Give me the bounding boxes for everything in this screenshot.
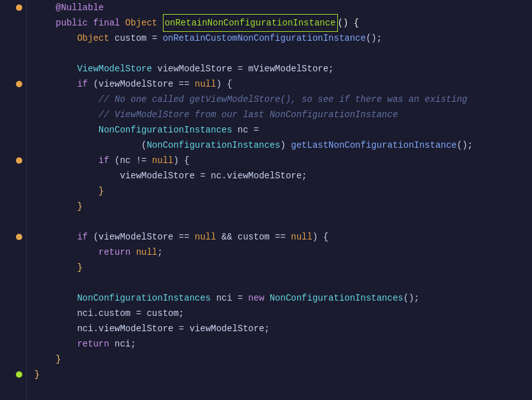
token-kw-orange: null bbox=[136, 245, 158, 260]
token-kw-orange: null bbox=[291, 229, 312, 245]
token-type: NonConfigurationInstances bbox=[34, 122, 237, 138]
token-plain: = bbox=[173, 321, 189, 336]
token-plain: == bbox=[173, 76, 195, 92]
token-plain: (nc != bbox=[115, 153, 152, 168]
gutter-icon-green bbox=[16, 371, 22, 378]
gutter-line bbox=[0, 260, 22, 275]
gutter-line bbox=[0, 92, 22, 107]
token-method: getLastNonConfigurationInstance bbox=[291, 138, 456, 153]
gutter-line bbox=[0, 321, 22, 336]
gutter-line bbox=[0, 199, 22, 214]
gutter-line bbox=[0, 214, 22, 229]
token-plain: ) { bbox=[173, 153, 189, 168]
gutter-icon-orange bbox=[16, 234, 22, 240]
gutter-line bbox=[0, 290, 22, 306]
token-plain: ; bbox=[264, 321, 269, 336]
token-kw-orange: null bbox=[195, 229, 216, 245]
code-line: // ViewModelStore from our last NonConfi… bbox=[34, 107, 532, 122]
token-plain: nci = bbox=[216, 290, 248, 306]
token-type: NonConfigurationInstances bbox=[146, 138, 280, 153]
token-closing-brace: } bbox=[34, 183, 104, 199]
gutter-line bbox=[0, 275, 22, 290]
code-line: // No one called getViewModelStore(), so… bbox=[34, 92, 532, 107]
token-type: ViewModelStore bbox=[34, 61, 157, 76]
token-plain: nci.custom = custom; bbox=[34, 306, 184, 321]
code-line: public final Object onRetainNonConfigura… bbox=[34, 15, 532, 31]
gutter-line bbox=[0, 245, 22, 260]
token-plain: ) bbox=[280, 138, 291, 153]
token-closing-brace: } bbox=[34, 260, 83, 275]
token-plain: viewModelStore bbox=[190, 321, 265, 336]
code-line: if (nc != null) { bbox=[34, 153, 532, 168]
token-plain: (); bbox=[457, 138, 473, 153]
token-kw: final bbox=[93, 15, 125, 31]
token-plain: viewModelStore; bbox=[227, 168, 307, 183]
gutter-line bbox=[0, 153, 22, 168]
token-type: NonConfigurationInstances bbox=[34, 290, 216, 306]
gutter-icon-orange bbox=[16, 81, 22, 87]
gutter-line bbox=[0, 122, 22, 138]
token-plain: custom = bbox=[115, 31, 163, 46]
token-kw: if bbox=[34, 153, 115, 168]
gutter-line bbox=[0, 0, 22, 15]
token-plain: ( bbox=[34, 138, 146, 153]
token-kw-orange: null bbox=[195, 76, 216, 92]
code-line: viewModelStore = nc.viewModelStore; bbox=[34, 168, 532, 183]
gutter-line bbox=[0, 168, 22, 183]
code-line: (NonConfigurationInstances) getLastNonCo… bbox=[34, 138, 532, 153]
code-line: @Nullable bbox=[34, 0, 532, 15]
gutter-line bbox=[0, 138, 22, 153]
gutter-line bbox=[0, 15, 22, 31]
token-closing-brace: } bbox=[34, 367, 39, 382]
token-plain: = bbox=[232, 61, 248, 76]
gutter-icon-orange bbox=[16, 4, 22, 11]
token-kw-orange: null bbox=[152, 153, 174, 168]
code-line: } bbox=[34, 260, 532, 275]
line-gutter bbox=[0, 0, 27, 400]
gutter-line bbox=[0, 76, 22, 92]
token-plain: ( bbox=[93, 229, 98, 245]
code-line: } bbox=[34, 352, 532, 367]
token-closing-brace: } bbox=[34, 352, 61, 367]
token-plain: (); bbox=[366, 31, 382, 46]
token-plain: = nc. bbox=[195, 168, 227, 183]
code-line bbox=[34, 275, 532, 290]
code-content: @Nullable public final Object onRetainNo… bbox=[27, 0, 532, 400]
token-kw-orange: Object bbox=[125, 15, 163, 31]
token-plain: ( bbox=[93, 76, 98, 92]
code-line: nci.custom = custom; bbox=[34, 306, 532, 321]
token-kw: return bbox=[34, 336, 115, 352]
gutter-line bbox=[0, 31, 22, 46]
gutter-line bbox=[0, 229, 22, 245]
token-kw: new bbox=[248, 290, 270, 306]
code-line: Object custom = onRetainCustomNonConfigu… bbox=[34, 31, 532, 46]
token-annotation: @Nullable bbox=[34, 0, 104, 15]
token-plain: nci. bbox=[34, 321, 99, 336]
token-type: NonConfigurationInstances bbox=[270, 290, 403, 306]
token-plain: ; bbox=[157, 245, 162, 260]
token-kw: if bbox=[34, 76, 93, 92]
code-line: return null; bbox=[34, 245, 532, 260]
token-plain: (); bbox=[403, 290, 419, 306]
token-plain: viewModelStore bbox=[99, 76, 174, 92]
code-line: if (viewModelStore == null) { bbox=[34, 76, 532, 92]
code-line: ViewModelStore viewModelStore = mViewMod… bbox=[34, 61, 532, 76]
token-comment: // No one called getViewModelStore(), so… bbox=[34, 92, 468, 107]
gutter-line bbox=[0, 336, 22, 352]
token-plain: viewModelStore bbox=[99, 321, 174, 336]
token-closing-brace: } bbox=[34, 199, 83, 214]
gutter-line bbox=[0, 352, 22, 367]
code-line: NonConfigurationInstances nci = new NonC… bbox=[34, 290, 532, 306]
token-plain: viewModelStore bbox=[157, 61, 232, 76]
code-line: return nci; bbox=[34, 336, 532, 352]
token-method: onRetainCustomNonConfigurationInstance bbox=[163, 31, 366, 46]
token-kw: if bbox=[34, 229, 93, 245]
token-plain: viewModelStore bbox=[99, 229, 174, 245]
code-line: } bbox=[34, 367, 532, 382]
highlighted-method: onRetainNonConfigurationInstance bbox=[163, 14, 338, 32]
code-line: } bbox=[34, 183, 532, 199]
token-kw-orange: Object bbox=[34, 31, 115, 46]
gutter-line bbox=[0, 306, 22, 321]
token-plain: == bbox=[173, 229, 195, 245]
token-comment: // ViewModelStore from our last NonConfi… bbox=[34, 107, 398, 122]
